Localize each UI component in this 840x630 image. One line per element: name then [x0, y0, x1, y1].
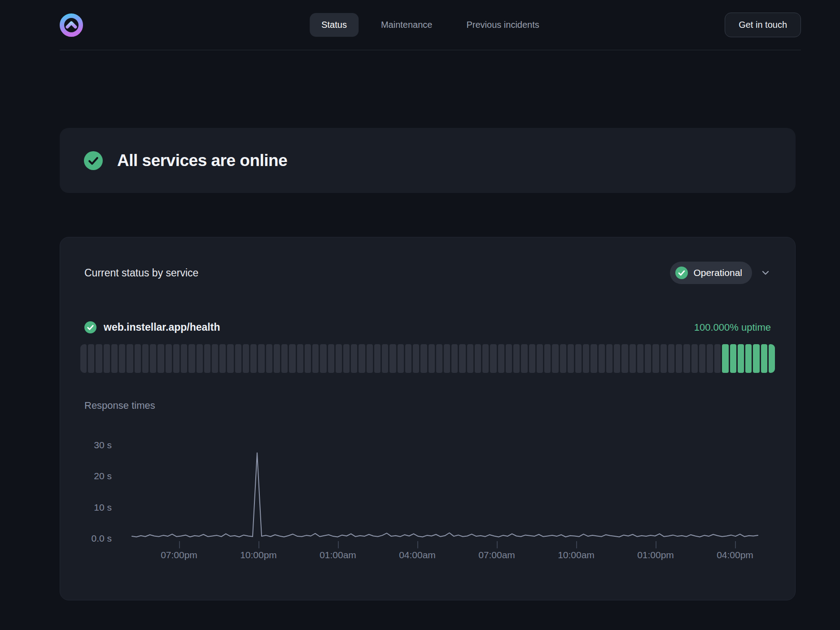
uptime-bar: [343, 344, 350, 373]
uptime-bar: [583, 344, 589, 373]
uptime-bar: [204, 344, 210, 373]
uptime-bar: [197, 344, 203, 373]
y-tick-label: 0.0 s: [91, 533, 112, 544]
y-tick-label: 20 s: [94, 471, 112, 481]
service-name: web.instellar.app/health: [104, 321, 220, 333]
tab-maintenance[interactable]: Maintenance: [369, 13, 444, 37]
uptime-bar: [552, 344, 558, 373]
uptime-bar: [250, 344, 257, 373]
x-tick-label: 10:00am: [558, 550, 595, 560]
header: Status Maintenance Previous incidents Ge…: [60, 0, 801, 50]
status-card-header: Current status by service Operational: [84, 262, 771, 284]
response-times-label: Response times: [84, 400, 771, 411]
uptime-bar: [714, 344, 721, 373]
uptime-bar: [413, 344, 419, 373]
x-tick: [735, 541, 736, 548]
uptime-bar: [297, 344, 303, 373]
uptime-bar: [652, 344, 659, 373]
uptime-bar: [359, 344, 365, 373]
uptime-bar: [166, 344, 172, 373]
status-filter: Operational: [670, 262, 771, 284]
x-tick: [179, 541, 180, 548]
x-tick: [497, 541, 498, 548]
uptime-bar: [96, 344, 102, 373]
uptime-bar: [367, 344, 373, 373]
uptime-bar: [382, 344, 388, 373]
uptime-bar: [312, 344, 319, 373]
y-axis-labels: 30 s 20 s 10 s 0.0 s: [84, 432, 132, 567]
card-title: Current status by service: [84, 267, 198, 279]
x-tick-label: 07:00pm: [161, 550, 197, 560]
x-tick-label: 10:00pm: [240, 550, 277, 560]
badge-label: Operational: [693, 267, 742, 278]
uptime-bar: [730, 344, 736, 373]
chevron-down-icon[interactable]: [760, 267, 771, 278]
uptime-bar: [80, 344, 87, 373]
service-row: web.instellar.app/health 100.000% uptime: [84, 321, 771, 333]
uptime-bar: [173, 344, 179, 373]
uptime-bar: [490, 344, 496, 373]
uptime-bar: [398, 344, 404, 373]
uptime-bar: [459, 344, 465, 373]
uptime-bar: [150, 344, 156, 373]
uptime-bar: [351, 344, 357, 373]
uptime-bars: [80, 344, 775, 373]
get-in-touch-button[interactable]: Get in touch: [725, 13, 801, 37]
y-tick-label: 30 s: [94, 440, 112, 451]
uptime-bar: [498, 344, 504, 373]
x-tick-label: 04:00am: [399, 550, 436, 560]
uptime-bar: [289, 344, 295, 373]
uptime-bar: [683, 344, 690, 373]
x-tick-label: 01:00pm: [637, 550, 674, 560]
uptime-bar: [212, 344, 218, 373]
page-container: Status Maintenance Previous incidents Ge…: [60, 0, 801, 600]
tab-status[interactable]: Status: [310, 13, 359, 37]
uptime-bar: [621, 344, 628, 373]
uptime-bar: [281, 344, 288, 373]
uptime-bar: [274, 344, 280, 373]
uptime-bar: [745, 344, 752, 373]
x-tick: [576, 541, 577, 548]
uptime-bar: [336, 344, 342, 373]
uptime-bar: [328, 344, 334, 373]
uptime-bar: [738, 344, 744, 373]
uptime-bar: [475, 344, 481, 373]
check-circle-icon: [675, 267, 688, 279]
uptime-bar: [722, 344, 728, 373]
x-tick: [417, 541, 418, 548]
uptime-bar: [320, 344, 326, 373]
response-line-svg: [132, 432, 758, 540]
x-tick: [656, 541, 656, 548]
uptime-bar: [568, 344, 574, 373]
uptime-bar: [188, 344, 195, 373]
uptime-bar: [537, 344, 543, 373]
uptime-bar: [529, 344, 535, 373]
uptime-bar: [243, 344, 249, 373]
tab-previous-incidents[interactable]: Previous incidents: [455, 13, 551, 37]
uptime-bar: [482, 344, 489, 373]
uptime-bar: [506, 344, 512, 373]
x-tick: [338, 541, 339, 548]
uptime-bar: [219, 344, 226, 373]
operational-badge[interactable]: Operational: [670, 262, 752, 284]
uptime-bar: [305, 344, 311, 373]
uptime-bar: [661, 344, 667, 373]
uptime-bar: [227, 344, 233, 373]
uptime-bar: [645, 344, 651, 373]
uptime-bar: [158, 344, 164, 373]
uptime-bar: [235, 344, 241, 373]
uptime-bar: [104, 344, 110, 373]
uptime-bar: [761, 344, 767, 373]
instellar-logo-icon[interactable]: [60, 13, 83, 37]
check-circle-icon: [84, 321, 96, 333]
uptime-bar: [467, 344, 473, 373]
uptime-bar: [521, 344, 527, 373]
uptime-bar: [405, 344, 411, 373]
uptime-bar: [111, 344, 118, 373]
uptime-bar: [637, 344, 643, 373]
uptime-bar: [420, 344, 427, 373]
uptime-bar: [436, 344, 442, 373]
y-tick-label: 10 s: [94, 502, 112, 513]
uptime-bar: [119, 344, 125, 373]
uptime-bar: [769, 344, 775, 373]
